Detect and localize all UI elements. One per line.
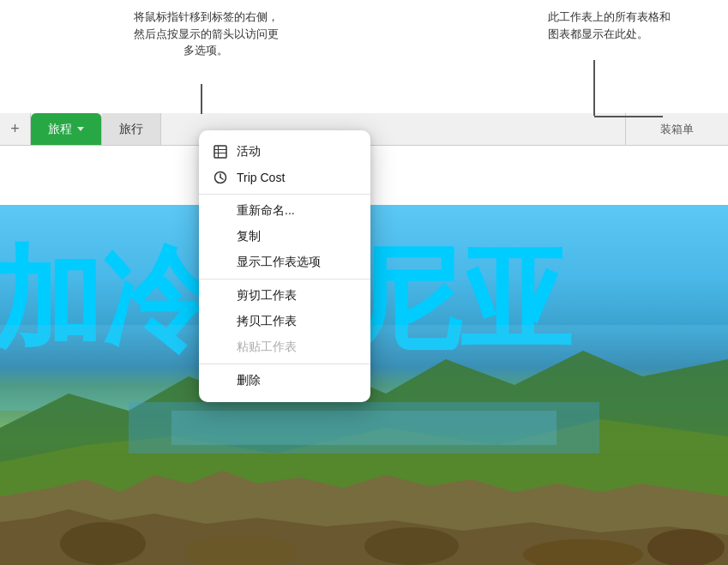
menu-item-cut-sheet[interactable]: 剪切工作表 (199, 283, 370, 309)
annotation-right: 此工作表上的所有表格和图表都显示在此处。 (548, 9, 677, 42)
menu-item-delete-label: 删除 (237, 373, 357, 388)
menu-section-edit: 重新命名... 复制 显示工作表选项 (199, 195, 370, 279)
menu-item-rename-label: 重新命名... (237, 203, 357, 219)
table-icon (213, 144, 228, 159)
annotation-left: 将鼠标指针移到标签的右侧，然后点按显示的箭头以访问更多选项。 (133, 9, 279, 59)
menu-item-sheet-options-label: 显示工作表选项 (237, 255, 357, 270)
menu-item-rename[interactable]: 重新命名... (199, 198, 370, 224)
menu-item-sheet-options[interactable]: 显示工作表选项 (199, 249, 370, 275)
tab-travel-label: 旅行 (119, 122, 143, 137)
menu-item-delete[interactable]: 删除 (199, 368, 370, 394)
add-tab-button[interactable]: + (0, 113, 31, 145)
tab-active-trip[interactable]: 旅程 (31, 113, 102, 145)
menu-item-paste-sheet: 粘贴工作表 (199, 334, 370, 360)
copy-icon (213, 314, 228, 329)
options-icon (213, 255, 228, 270)
svg-point-7 (364, 527, 459, 565)
svg-point-5 (60, 522, 146, 565)
clock-icon (213, 170, 228, 185)
menu-item-copy-sheet-label: 拷贝工作表 (237, 314, 357, 329)
tab-active-label: 旅程 (48, 122, 72, 137)
menu-item-activity-label: 活动 (237, 144, 357, 159)
tab-right-label: 装箱单 (660, 122, 694, 137)
menu-item-paste-sheet-label: 粘贴工作表 (237, 340, 357, 355)
tab-right-area: 装箱单 (625, 113, 728, 145)
svg-rect-11 (171, 411, 557, 445)
tab-dropdown-area: 旅程 (48, 122, 84, 137)
annotation-line-left (201, 84, 202, 114)
paste-icon (213, 340, 228, 355)
cut-icon (213, 288, 228, 304)
menu-item-activity[interactable]: 活动 (199, 139, 370, 165)
tab-travel[interactable]: 旅行 (102, 113, 161, 145)
menu-item-trip-cost-label: Trip Cost (237, 171, 357, 184)
rename-icon (213, 203, 228, 219)
menu-section-sheets: 活动 Trip Cost (199, 135, 370, 195)
context-menu: 活动 Trip Cost 重新命名... 复制 显示工作表选项 (199, 130, 370, 402)
tab-dropdown-indicator (77, 127, 84, 131)
duplicate-icon (213, 229, 228, 244)
annotation-line-right-h (594, 116, 663, 117)
menu-item-duplicate[interactable]: 复制 (199, 224, 370, 249)
svg-rect-12 (214, 146, 226, 158)
menu-item-cut-sheet-label: 剪切工作表 (237, 288, 357, 304)
svg-line-18 (220, 177, 223, 179)
menu-section-delete: 删除 (199, 364, 370, 397)
menu-item-trip-cost[interactable]: Trip Cost (199, 165, 370, 190)
menu-item-duplicate-label: 复制 (237, 229, 357, 244)
delete-icon (213, 373, 228, 388)
menu-section-clipboard: 剪切工作表 拷贝工作表 粘贴工作表 (199, 279, 370, 364)
svg-point-9 (647, 529, 725, 565)
menu-item-copy-sheet[interactable]: 拷贝工作表 (199, 309, 370, 334)
annotation-line-right (593, 60, 595, 116)
